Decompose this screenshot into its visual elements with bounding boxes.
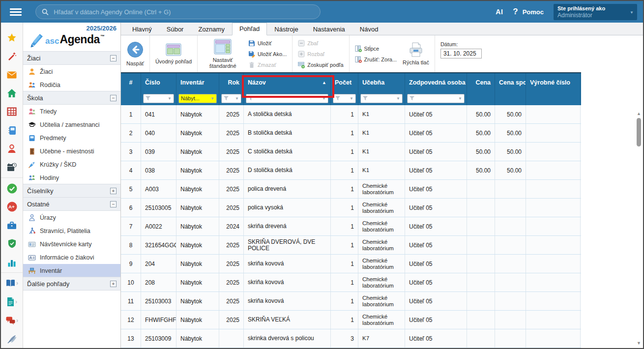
table-row[interactable]: 9204Nábytok2025skriňa kovová1Chemické la… xyxy=(121,255,581,273)
columns-button[interactable]: Stĺpce xyxy=(355,44,397,53)
back-button[interactable]: Naspäť xyxy=(126,41,144,66)
mail-envelope-icon[interactable] xyxy=(1,65,23,84)
cell-x: 4 xyxy=(121,161,141,179)
global-search[interactable] xyxy=(35,4,321,19)
quills-icon[interactable] xyxy=(1,329,23,348)
column-header-u-eb-a[interactable]: Učebňa xyxy=(358,73,405,91)
library-book-icon[interactable]: › xyxy=(1,274,23,292)
expand-box-icon[interactable]: + xyxy=(110,188,117,194)
scrollbar-thumb[interactable] xyxy=(637,118,641,146)
tab-hlavn[interactable]: Hlavný xyxy=(125,23,159,35)
sidebar-section-kola[interactable]: Škola− xyxy=(23,91,120,105)
table-row[interactable]: 1325103009Nábytokskrinka dverová s polic… xyxy=(121,329,581,348)
set-default-view-button[interactable]: Nastaviť štandardné xyxy=(203,39,242,69)
sidebar-item-triedy[interactable]: Triedy xyxy=(23,105,120,118)
calendar-clock-icon[interactable] xyxy=(1,158,23,177)
vertical-scrollbar[interactable]: ▲ ▼ xyxy=(635,110,643,347)
briefcase-icon[interactable] xyxy=(1,216,23,235)
sidebar-section-seln-ky[interactable]: Číselníky+ xyxy=(23,184,120,198)
scroll-up-icon[interactable]: ▲ xyxy=(635,110,643,117)
filter-zodpovedn-osoba[interactable]: ▼ xyxy=(407,94,465,103)
filter-invent-r[interactable]: Nábyt...▼ xyxy=(178,94,217,103)
help-button[interactable]: ? Pomoc xyxy=(513,7,544,17)
magic-wand-icon[interactable] xyxy=(1,47,23,66)
collapse-box-icon[interactable]: − xyxy=(110,201,117,207)
filter-n-zov[interactable]: ▼ xyxy=(246,94,328,103)
sidebar-item-inform-cie-o-iakovi[interactable]: Informácie o žiakovi xyxy=(23,251,120,264)
tab-zoznamy[interactable]: Zoznamy xyxy=(191,23,232,35)
filter-slo[interactable]: ▼ xyxy=(143,94,174,103)
person-contact-icon[interactable] xyxy=(1,140,23,158)
save-as-button[interactable]: Uložiť Ako... xyxy=(248,50,287,58)
column-header-slo[interactable]: Číslo xyxy=(141,73,176,91)
sidebar-section-ostatn[interactable]: Ostatné− xyxy=(23,197,120,211)
filter-rok[interactable]: ▼ xyxy=(221,94,241,103)
hamburger-menu-icon[interactable] xyxy=(10,8,22,16)
scroll-down-icon[interactable]: ▼ xyxy=(635,340,643,347)
tab-n-vod[interactable]: Návod xyxy=(352,23,386,35)
bar-chart-icon[interactable] xyxy=(1,253,23,272)
cancel-sort-button[interactable]: Zrušiť: Zora... xyxy=(355,55,397,63)
sidebar-item-rodi-ia[interactable]: Rodičia xyxy=(23,78,120,91)
notebook-icon[interactable] xyxy=(1,121,23,140)
tab-poh-ad[interactable]: Pohľad xyxy=(232,23,267,35)
sidebar-item-stravn-ci-platitelia[interactable]: Stravníci, Platitelia xyxy=(23,224,120,237)
logged-in-user-dropdown[interactable]: Ste prihlásený ako Administrátor ▼ xyxy=(554,4,637,20)
sidebar-section-iaci[interactable]: Žiaci− xyxy=(23,51,120,65)
ai-button[interactable]: AI xyxy=(496,8,503,16)
collapse-box-icon[interactable]: − xyxy=(110,95,117,101)
sidebar-item-predmety[interactable]: Predmety xyxy=(23,131,120,145)
tab-nastavenia[interactable]: Nastavenia xyxy=(306,23,352,35)
column-header-po-et[interactable]: Počet xyxy=(331,73,358,91)
column-header-n-zov[interactable]: Názov▲ xyxy=(244,73,331,91)
filter-po-et[interactable]: ▼ xyxy=(333,94,356,103)
column-header-zodpovedn-osoba[interactable]: Zodpovedná osoba xyxy=(405,73,467,91)
table-row[interactable]: 10208Nábytok2025skriňa kovová1Chemické l… xyxy=(121,273,581,292)
sidebar-item-u-itelia-zamestnanci[interactable]: Učitelia / zamestnanci xyxy=(23,118,120,131)
table-row[interactable]: 1041Nábytok2025A stolička detská1K1Učite… xyxy=(121,105,581,124)
column-header-rok[interactable]: Rok xyxy=(219,73,244,91)
sidebar-item-u-ebne-miestnosti[interactable]: Učebne - miestnosti xyxy=(23,145,120,158)
column-header-v-robn-slo[interactable]: Výrobné číslo xyxy=(526,73,581,91)
table-row[interactable]: 3039Nábytok2025C stolička detská1K1Učite… xyxy=(121,143,581,161)
save-button[interactable]: Uložiť xyxy=(248,39,287,47)
favorites-star-icon[interactable] xyxy=(1,29,23,47)
date-input[interactable] xyxy=(440,49,482,58)
table-row[interactable]: 2040Nábytok2025B stolička detská1K1Učite… xyxy=(121,124,581,143)
quick-print-button[interactable]: Rýchla tlač xyxy=(403,42,429,65)
column-header-x[interactable]: # xyxy=(121,73,141,91)
table-row[interactable]: 12FHWIFGHFNábytok2025SKRIŇA VEĽKÁ1Chemic… xyxy=(121,311,581,329)
column-header-cena[interactable]: Cena xyxy=(467,73,495,91)
chevron-down-icon: ▼ xyxy=(235,96,239,101)
chat-bubbles-icon[interactable]: › xyxy=(1,311,23,330)
column-header-invent-r[interactable]: Inventár xyxy=(176,73,219,91)
table-row[interactable]: 7A0022Nábytok2024skriňa drevená1Chemické… xyxy=(121,217,581,236)
tab-s-bor[interactable]: Súbor xyxy=(159,23,191,35)
sidebar-item-n-v-tevn-cke-karty[interactable]: Návštevnícke karty xyxy=(23,237,120,251)
collapse-box-icon[interactable]: − xyxy=(110,55,117,61)
home-view-button[interactable]: Úvodný pohľad xyxy=(155,43,192,64)
expand-box-icon[interactable]: + xyxy=(110,281,117,287)
tab-n-stroje[interactable]: Nástroje xyxy=(267,23,305,35)
check-circle-icon[interactable] xyxy=(1,179,23,198)
home-icon[interactable] xyxy=(1,84,23,103)
group-by-button[interactable]: Zoskupiť podľa xyxy=(298,60,343,69)
sidebar-item-invent-r[interactable]: Inventár xyxy=(23,264,120,277)
search-input[interactable] xyxy=(53,8,314,16)
table-row[interactable]: 1125103003Nábytok2025skriňa kovová1Chemi… xyxy=(121,292,581,311)
timetable-grid-icon[interactable] xyxy=(1,103,23,121)
sidebar-item-razy[interactable]: Úrazy xyxy=(23,211,120,224)
sidebar-section-al-ie-poh-ady[interactable]: Ďalšie pohľady+ xyxy=(23,277,120,291)
sidebar-item-iaci[interactable]: Žiaci xyxy=(23,65,120,78)
shield-check-icon[interactable] xyxy=(1,234,23,253)
column-header-cena-spolu[interactable]: Cena spolu xyxy=(495,73,526,91)
sidebar-item-hodiny[interactable]: Hodiny xyxy=(23,171,120,184)
table-row[interactable]: 8321654GGCNábytok2025SKRIŇA DVEROVÁ, DVE… xyxy=(121,236,581,255)
table-row[interactable]: 625103005Nábytok2025polica vysoká1Chemic… xyxy=(121,199,581,217)
table-row[interactable]: 4038Nábytok2025D stolička detská1K1Učite… xyxy=(121,161,581,180)
table-row[interactable]: 5A003Nábytok2025polica drevená1Chemické … xyxy=(121,180,581,199)
grade-a-plus-icon[interactable]: A+ xyxy=(1,198,23,216)
filter-u-eb-a[interactable]: ▼ xyxy=(360,94,403,103)
sidebar-item-kr-ky-kd[interactable]: Krúžky / ŠKD xyxy=(23,158,120,171)
document-reports-icon[interactable]: › xyxy=(1,292,23,311)
